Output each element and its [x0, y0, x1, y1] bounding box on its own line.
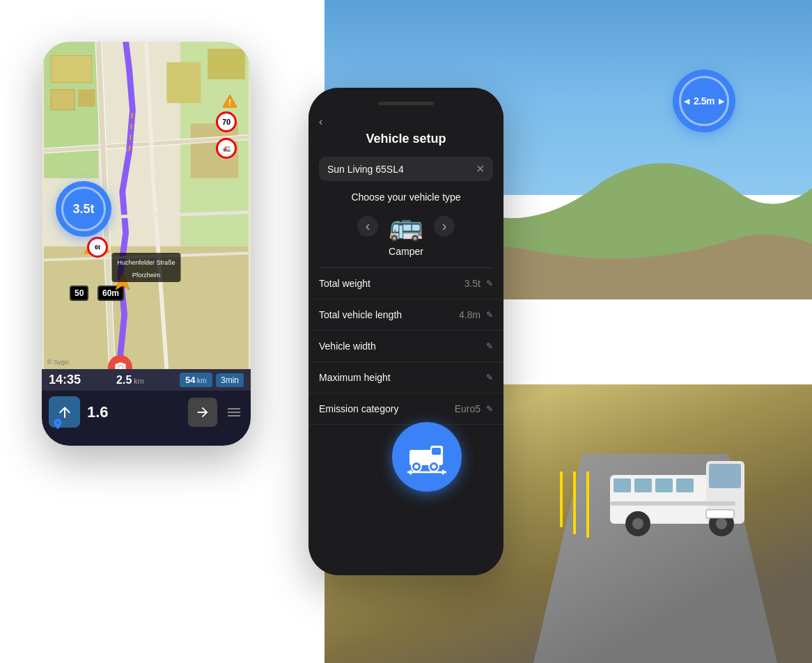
edit-length-icon[interactable]: ✎ — [486, 310, 493, 320]
max-height-value[interactable]: ✎ — [481, 373, 493, 382]
nav-turn-distance: 1.6 — [87, 403, 109, 421]
camper-badge-svg — [406, 436, 448, 478]
truck-restriction-sign: 🚛 — [216, 138, 237, 159]
nav-time-display: 14:35 — [49, 373, 81, 387]
width-badge-value: ◄ 2.5m ► — [679, 76, 729, 126]
total-length-value[interactable]: 4.8m ✎ — [459, 309, 493, 320]
weight-sign-6t: 6t — [87, 237, 108, 258]
emission-category-row: Emission category Euro5 ✎ — [309, 393, 503, 425]
svg-rect-2 — [634, 478, 652, 492]
max-height-label: Maximum height — [319, 372, 391, 383]
clear-search-button[interactable]: ✕ — [476, 162, 485, 176]
weight-badge-value: 3.5t — [61, 187, 106, 231]
total-length-row: Total vehicle length 4.8m ✎ — [309, 299, 503, 331]
warning-sign: ! — [221, 93, 238, 112]
svg-point-33 — [432, 465, 436, 469]
nav-turn-instruction: 1.6 — [42, 391, 251, 433]
back-button[interactable]: ‹ — [309, 116, 503, 128]
edit-width-icon[interactable]: ✎ — [486, 341, 493, 351]
phone-notch — [378, 102, 434, 105]
speed-sign-70: 70 — [216, 111, 237, 132]
vehicle-type-carousel: ‹ 🚌 › — [309, 210, 503, 242]
edit-weight-icon[interactable]: ✎ — [486, 279, 493, 288]
vehicle-width-label: Vehicle width — [319, 341, 376, 352]
map-screen: 70 🚛 ! 6 — [42, 42, 251, 446]
vehicle-width-row: Vehicle width ✎ — [309, 331, 503, 362]
svg-point-10 — [716, 518, 727, 529]
nav-menu-icon[interactable] — [224, 405, 244, 420]
edit-height-icon[interactable]: ✎ — [486, 373, 493, 382]
svg-rect-4 — [676, 478, 694, 492]
svg-rect-18 — [78, 90, 95, 107]
phone-1-shell: 70 🚛 ! 6 — [42, 42, 251, 446]
weight-badge: 3.5t — [56, 181, 111, 237]
svg-point-8 — [632, 518, 643, 529]
gps-plus-icon[interactable]: + — [52, 418, 64, 433]
edit-emission-icon[interactable]: ✎ — [486, 404, 493, 414]
svg-rect-11 — [706, 510, 734, 518]
guardrail — [560, 471, 589, 538]
vehicle-setup-screen: ‹ Vehicle setup Sun Living 65SL4 ✕ Choos… — [309, 88, 503, 575]
camper-van-image — [603, 440, 756, 538]
speed-sign-50: 50 — [70, 286, 88, 301]
road-name-label: Huchenfelder StraßePforzheim — [111, 253, 180, 282]
total-weight-label: Total weight — [319, 278, 370, 289]
width-badge: ◄ 2.5m ► — [673, 70, 735, 132]
svg-rect-3 — [655, 478, 673, 492]
carousel-prev-button[interactable]: ‹ — [357, 216, 378, 237]
navigation-bottom-bar: 14:35 2.5 km 54 km 3min — [42, 369, 251, 446]
sygic-copyright: © Sygic — [47, 359, 69, 366]
emission-category-label: Emission category — [319, 403, 398, 414]
phone-vehicle-setup: ‹ Vehicle setup Sun Living 65SL4 ✕ Choos… — [309, 88, 503, 575]
svg-point-31 — [414, 465, 419, 469]
total-length-label: Total vehicle length — [319, 309, 402, 320]
nav-current-distance: 2.5 km — [116, 374, 144, 387]
total-weight-row: Total weight 3.5t ✎ — [309, 268, 503, 299]
svg-rect-19 — [166, 62, 201, 103]
svg-rect-6 — [709, 464, 741, 488]
svg-text:!: ! — [228, 98, 231, 108]
phone-2-shell: ‹ Vehicle setup Sun Living 65SL4 ✕ Choos… — [309, 88, 503, 575]
svg-rect-1 — [614, 478, 631, 492]
camper-icon-badge — [392, 422, 462, 492]
svg-marker-34 — [407, 469, 412, 475]
max-height-row: Maximum height ✎ — [309, 362, 503, 393]
vehicle-width-value[interactable]: ✎ — [481, 341, 493, 351]
nav-time-remaining: 3min — [216, 373, 244, 387]
svg-marker-35 — [442, 469, 446, 475]
total-weight-value[interactable]: 3.5t ✎ — [464, 278, 493, 289]
nav-next-turn-arrow — [188, 398, 217, 427]
carousel-next-button[interactable]: › — [434, 216, 455, 237]
svg-rect-20 — [208, 49, 245, 79]
svg-rect-16 — [51, 56, 92, 83]
emission-category-value[interactable]: Euro5 ✎ — [455, 403, 493, 414]
vehicle-type-label: Choose your vehicle type — [309, 192, 503, 203]
vehicle-search-box[interactable]: Sun Living 65SL4 ✕ — [319, 157, 493, 181]
vehicle-type-name: Camper — [309, 246, 503, 257]
svg-text:+: + — [59, 419, 63, 426]
vehicle-name-input[interactable]: Sun Living 65SL4 — [327, 164, 476, 175]
svg-rect-36 — [432, 448, 441, 455]
svg-rect-17 — [51, 90, 75, 110]
phone-navigation: 70 🚛 ! 6 — [42, 42, 251, 446]
main-scene: 70 🚛 ! 6 — [0, 0, 812, 663]
nav-route-info: 54 km 3min — [180, 373, 244, 387]
screen-title: Vehicle setup — [309, 132, 503, 146]
svg-rect-12 — [610, 501, 735, 506]
nav-top-bar: 14:35 2.5 km 54 km 3min — [42, 369, 251, 391]
vehicle-emoji: 🚌 — [389, 210, 423, 242]
